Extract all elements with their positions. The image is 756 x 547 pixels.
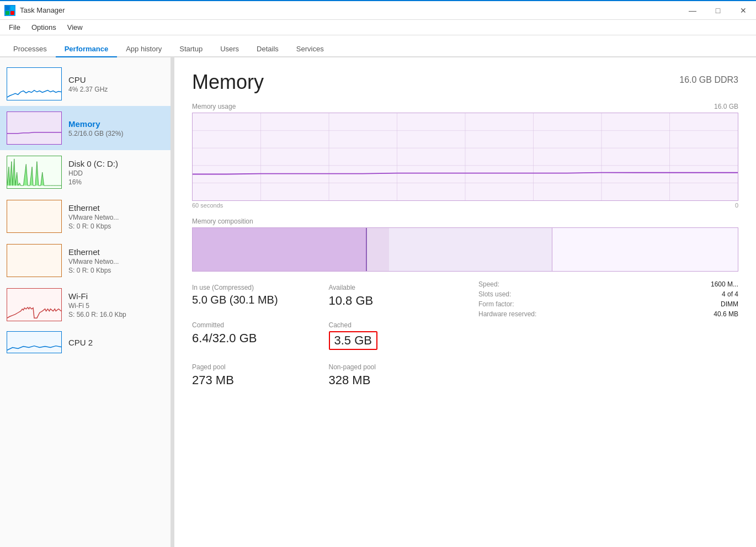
inuse-value: 5.0 GB (30.1 MB) (192, 294, 329, 306)
usage-chart (192, 113, 738, 201)
tab-processes[interactable]: Processes (4, 41, 56, 57)
disk-info: Disk 0 (C: D:) HDD 16% (68, 159, 164, 186)
ethernet2-sparkline (7, 245, 61, 277)
composition-bar (193, 228, 738, 271)
cpu-sparkline-container (7, 67, 62, 100)
sidebar: CPU 4% 2.37 GHz Memory 5.2/16.0 GB (32%) (0, 57, 171, 547)
title-bar-left: Task Manager (4, 5, 65, 16)
stat-available: Available 10.8 GB (329, 280, 466, 314)
nonpaged-pool-value: 328 MB (329, 373, 466, 387)
memory-label: Memory (68, 119, 164, 129)
disk-type: HDD (68, 169, 164, 177)
tab-performance[interactable]: Performance (56, 41, 117, 57)
chart-time-row: 60 seconds 0 (192, 202, 738, 209)
ethernet1-label: Ethernet (68, 203, 164, 213)
tab-apphistory[interactable]: App history (117, 41, 171, 57)
svg-rect-3 (10, 11, 14, 15)
tab-services[interactable]: Services (288, 41, 333, 57)
window-title: Task Manager (20, 6, 65, 14)
slots-label: Slots used: (478, 290, 511, 298)
cached-highlight-box: 3.5 GB (329, 331, 377, 350)
tab-users[interactable]: Users (211, 41, 248, 57)
ethernet2-speed: S: 0 R: 0 Kbps (68, 267, 164, 274)
inuse-label: In use (Compressed) (192, 284, 329, 291)
stat-cached: Cached 3.5 GB (329, 318, 466, 355)
disk-label: Disk 0 (C: D:) (68, 159, 164, 168)
speed-value: 1600 M... (711, 280, 738, 288)
ethernet1-info: Ethernet VMware Netwo... S: 0 R: 0 Kbps (68, 203, 164, 230)
maximize-button[interactable]: □ (705, 1, 731, 20)
memory-sparkline (7, 112, 61, 144)
sidebar-item-cpu2[interactable]: CPU 2 (0, 327, 171, 358)
sidebar-item-disk0[interactable]: Disk 0 (C: D:) HDD 16% (0, 150, 171, 194)
svg-rect-4 (7, 112, 61, 144)
comp-in-use (193, 228, 367, 271)
memory-detail: 5.2/16.0 GB (32%) (68, 130, 164, 137)
wifi-info: Wi-Fi Wi-Fi 5 S: 56.0 R: 16.0 Kbp (68, 291, 164, 318)
composition-chart (192, 227, 738, 272)
stat-nonpaged-pool: Non-paged pool 328 MB (329, 360, 466, 393)
slots-value: 4 of 4 (722, 290, 738, 298)
menu-options[interactable]: Options (27, 22, 61, 33)
cpu2-label: CPU 2 (68, 338, 164, 347)
wifi-sparkline-container (7, 288, 62, 321)
sidebar-item-wifi[interactable]: Wi-Fi Wi-Fi 5 S: 56.0 R: 16.0 Kbp (0, 283, 171, 327)
disk-usage: 16% (68, 178, 164, 186)
speed-label: Speed: (478, 280, 499, 288)
memory-usage-section: Memory usage 16.0 GB (192, 103, 738, 209)
ethernet1-adapter: VMware Netwo... (68, 214, 164, 221)
sidebar-divider[interactable] (171, 57, 174, 547)
stat-inuse: In use (Compressed) 5.0 GB (30.1 MB) (192, 280, 329, 314)
tab-details[interactable]: Details (248, 41, 288, 57)
svg-rect-2 (6, 11, 9, 15)
cpu-sparkline (7, 68, 61, 100)
available-value: 10.8 GB (329, 294, 466, 308)
hwreserved-row: Hardware reserved: 40.6 MB (478, 310, 738, 318)
available-label: Available (329, 284, 466, 291)
minimize-button[interactable]: — (680, 1, 705, 20)
title-bar: Task Manager — □ ✕ (0, 0, 756, 20)
usage-max: 16.0 GB (714, 103, 738, 110)
window-controls: — □ ✕ (680, 1, 756, 20)
close-button[interactable]: ✕ (731, 1, 756, 20)
sidebar-item-ethernet2[interactable]: Ethernet VMware Netwo... S: 0 R: 0 Kbps (0, 238, 171, 283)
sidebar-item-ethernet1[interactable]: Ethernet VMware Netwo... S: 0 R: 0 Kbps (0, 194, 171, 238)
ethernet1-sparkline-container (7, 200, 62, 233)
content-subtitle: 16.0 GB DDR3 (679, 75, 738, 85)
cpu-detail: 4% 2.37 GHz (68, 86, 164, 93)
hwreserved-value: 40.6 MB (714, 310, 738, 318)
wifi-type: Wi-Fi 5 (68, 302, 164, 310)
cpu2-sparkline (7, 332, 61, 353)
menu-view[interactable]: View (63, 22, 87, 33)
sidebar-item-cpu[interactable]: CPU 4% 2.37 GHz (0, 62, 171, 106)
right-stats: Speed: 1600 M... Slots used: 4 of 4 Form… (465, 280, 738, 393)
ethernet1-sparkline (7, 200, 61, 232)
hwreserved-label: Hardware reserved: (478, 310, 536, 318)
stat-paged-pool: Paged pool 273 MB (192, 360, 329, 393)
committed-label: Committed (192, 321, 329, 329)
time-start: 60 seconds (192, 202, 223, 209)
cpu-info: CPU 4% 2.37 GHz (68, 75, 164, 93)
memory-info: Memory 5.2/16.0 GB (32%) (68, 119, 164, 137)
ethernet2-info: Ethernet VMware Netwo... S: 0 R: 0 Kbps (68, 247, 164, 274)
stat-committed: Committed 6.4/32.0 GB (192, 318, 329, 355)
tab-startup[interactable]: Startup (171, 41, 211, 57)
cpu2-info: CPU 2 (68, 338, 164, 347)
usage-chart-svg (193, 113, 738, 200)
cached-label: Cached (329, 321, 466, 329)
disk-sparkline (7, 156, 61, 188)
memory-sparkline-container (7, 111, 62, 145)
committed-value: 6.4/32.0 GB (192, 331, 329, 346)
speed-row: Speed: 1600 M... (478, 280, 738, 288)
cpu2-sparkline-container (7, 331, 62, 353)
slots-row: Slots used: 4 of 4 (478, 290, 738, 298)
main-area: CPU 4% 2.37 GHz Memory 5.2/16.0 GB (32%) (0, 57, 756, 547)
ethernet2-label: Ethernet (68, 247, 164, 257)
content-panel: Memory 16.0 GB DDR3 Memory usage 16.0 GB (174, 57, 756, 547)
comp-free (552, 228, 738, 271)
content-header: Memory 16.0 GB DDR3 (192, 71, 738, 94)
menu-file[interactable]: File (4, 22, 25, 33)
left-stats: In use (Compressed) 5.0 GB (30.1 MB) Ava… (192, 280, 465, 393)
sidebar-item-memory[interactable]: Memory 5.2/16.0 GB (32%) (0, 106, 171, 150)
formfactor-value: DIMM (721, 300, 738, 308)
